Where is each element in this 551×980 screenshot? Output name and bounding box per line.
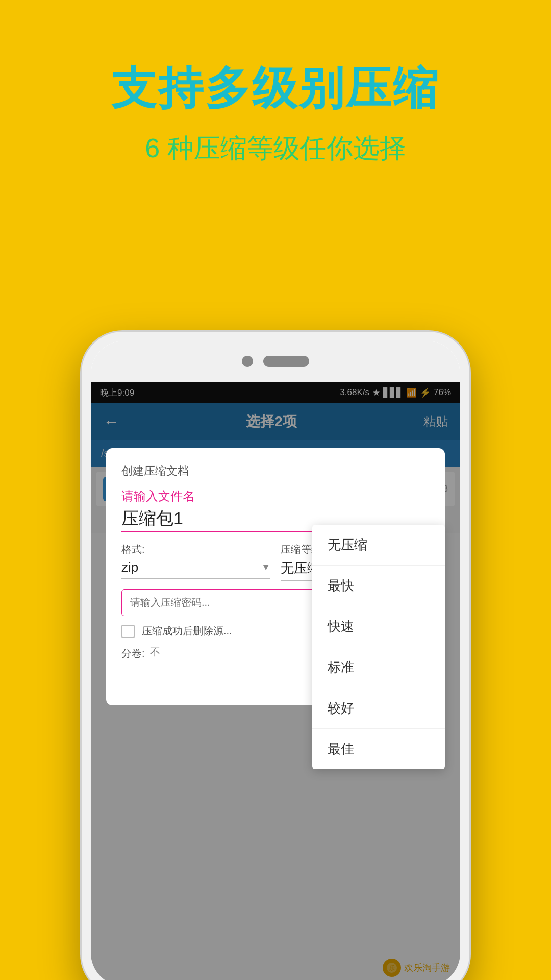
dialog-title: 创建压缩文档 (121, 463, 430, 479)
format-dropdown-arrow: ▼ (261, 562, 270, 573)
top-section: 支持多级别压缩 6 种压缩等级任你选择 (0, 0, 551, 166)
sub-title: 6 种压缩等级任你选择 (0, 131, 551, 166)
phone-screen: 晚上9:09 3.68K/s ★ ▋▋▋ 📶 ⚡ 76% ← 选择2项 粘贴 (91, 382, 460, 980)
camera-dot (242, 356, 253, 367)
format-label: 格式: (121, 543, 270, 556)
speaker-slot (263, 356, 309, 367)
phone-outer: 晚上9:09 3.68K/s ★ ▋▋▋ 📶 ⚡ 76% ← 选择2项 粘贴 (82, 332, 469, 980)
filename-label: 请输入文件名 (121, 488, 430, 504)
level-item-2[interactable]: 快速 (312, 606, 445, 647)
checkbox-label: 压缩成功后删除源... (142, 624, 232, 638)
format-value: zip (121, 559, 257, 575)
dialog-overlay: 创建压缩文档 请输入文件名 格式: zip ▼ (91, 382, 460, 980)
phone-inner: 晚上9:09 3.68K/s ★ ▋▋▋ 📶 ⚡ 76% ← 选择2项 粘贴 (91, 341, 460, 980)
level-item-3[interactable]: 标准 (312, 647, 445, 688)
level-item-5[interactable]: 最佳 (312, 729, 445, 769)
level-item-4[interactable]: 较好 (312, 688, 445, 729)
volume-label: 分卷: (121, 647, 145, 660)
phone-top-bar (91, 341, 460, 382)
delete-checkbox[interactable] (121, 625, 135, 638)
level-item-0[interactable]: 无压缩 (312, 525, 445, 566)
level-item-1[interactable]: 最快 (312, 566, 445, 606)
format-section: 格式: zip ▼ (121, 543, 270, 579)
phone-mockup: 晚上9:09 3.68K/s ★ ▋▋▋ 📶 ⚡ 76% ← 选择2项 粘贴 (82, 332, 469, 980)
main-title: 支持多级别压缩 (0, 61, 551, 115)
level-dropdown-open: 无压缩 最快 快速 标准 较好 最佳 (312, 525, 445, 769)
format-dropdown[interactable]: zip ▼ (121, 559, 270, 579)
